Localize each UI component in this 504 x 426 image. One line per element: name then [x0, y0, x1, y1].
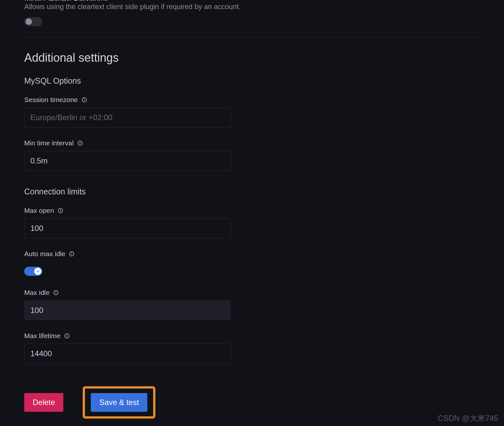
auto-max-idle-field: Auto max idle: [24, 250, 480, 277]
save-test-highlight: Save & test: [83, 386, 155, 419]
allow-cleartext-title: Allow Cleartext Passwords: [24, 0, 480, 1]
allow-cleartext-description: Allows using the cleartext client side p…: [24, 2, 480, 12]
session-timezone-input[interactable]: [24, 108, 231, 128]
max-idle-field: Max idle: [24, 289, 480, 320]
svg-point-14: [56, 291, 56, 292]
session-timezone-field: Session timezone: [24, 96, 480, 128]
max-lifetime-input[interactable]: [24, 344, 231, 364]
delete-button[interactable]: Delete: [24, 393, 63, 412]
additional-settings-heading: Additional settings: [24, 51, 480, 65]
max-open-field: Max open: [24, 207, 480, 238]
session-timezone-label: Session timezone: [24, 96, 78, 104]
auto-max-idle-label: Auto max idle: [24, 250, 65, 258]
button-row: Delete Save & test: [24, 386, 480, 419]
info-icon[interactable]: [81, 97, 88, 103]
min-time-interval-label: Min time interval: [24, 139, 74, 147]
allow-cleartext-toggle[interactable]: [24, 17, 42, 26]
info-icon[interactable]: [64, 333, 70, 339]
mysql-options-heading: MySQL Options: [24, 76, 480, 86]
svg-point-8: [60, 209, 61, 210]
info-icon[interactable]: [57, 207, 64, 214]
info-icon[interactable]: [77, 140, 83, 146]
min-time-interval-field: Min time interval: [24, 139, 480, 171]
auto-max-idle-toggle[interactable]: [24, 267, 42, 276]
toggle-knob-icon: [34, 268, 41, 275]
max-open-label: Max open: [24, 207, 54, 214]
watermark-text: CSDN @大米745: [438, 413, 498, 423]
connection-limits-heading: Connection limits: [24, 187, 480, 196]
info-icon[interactable]: [68, 251, 75, 257]
max-lifetime-field: Max lifetime: [24, 332, 480, 364]
svg-point-2: [84, 99, 84, 99]
allow-cleartext-passwords-section: Allow Cleartext Passwords Allows using t…: [24, 0, 480, 37]
svg-point-17: [67, 335, 67, 335]
max-idle-label: Max idle: [24, 289, 49, 296]
svg-point-5: [80, 142, 80, 142]
min-time-interval-input[interactable]: [24, 151, 231, 171]
max-idle-input[interactable]: [24, 300, 231, 320]
svg-point-11: [72, 253, 72, 253]
max-open-input[interactable]: [24, 218, 231, 238]
save-test-button[interactable]: Save & test: [91, 393, 147, 412]
info-icon[interactable]: [53, 289, 59, 296]
max-lifetime-label: Max lifetime: [24, 332, 60, 340]
toggle-knob-icon: [26, 18, 32, 25]
